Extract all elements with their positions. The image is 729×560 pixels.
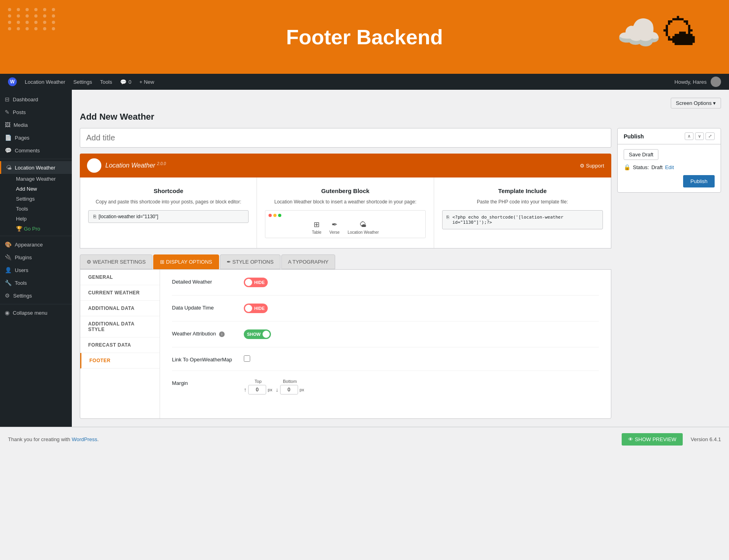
detailed-weather-toggle[interactable]: HIDE — [244, 278, 268, 287]
bottom-right: 👁 SHOW PREVIEW Version 6.4.1 — [622, 433, 721, 446]
title-input[interactable] — [80, 128, 611, 148]
sidebar-item-collapse[interactable]: ◉ Collapse menu — [0, 306, 72, 319]
side-col: Publish ∧ ∨ ⤢ Save Draft 🔒 Status: Draft — [617, 128, 721, 419]
tab-style-options[interactable]: ✒ STYLE OPTIONS — [220, 254, 281, 269]
settings-sidebar: GENERAL CURRENT WEATHER ADDITIONAL DATA … — [80, 270, 160, 418]
sidebar-divider-3 — [0, 304, 72, 304]
weather-attribution-toggle[interactable]: SHOW — [244, 329, 271, 339]
support-button[interactable]: ⚙ Support — [580, 163, 604, 169]
sidebar-item-comments[interactable]: 💬 Comments — [0, 144, 72, 157]
template-code-box[interactable]: ⎘ <?php echo do_shortcode('[location-wea… — [442, 210, 603, 229]
publish-button[interactable]: Publish — [683, 175, 715, 187]
template-desc: Paste the PHP code into your template fi… — [442, 198, 603, 205]
sidebar-sub-go-pro[interactable]: 🏆 Go Pro — [11, 224, 72, 234]
publish-arrows: ∧ ∨ ⤢ — [685, 132, 715, 140]
tab-weather-settings[interactable]: ⚙ WEATHER SETTINGS — [80, 254, 152, 269]
sidebar-item-location-weather[interactable]: 🌤 Location Weather — [0, 161, 72, 174]
adminbar-site-name[interactable]: Location Weather — [21, 74, 69, 90]
adminbar-new[interactable]: + New — [135, 74, 158, 90]
publish-box: Publish ∧ ∨ ⤢ Save Draft 🔒 Status: Draft — [617, 128, 721, 193]
save-draft-button[interactable]: Save Draft — [624, 149, 658, 160]
margin-top-arrow: ↑ — [244, 386, 247, 393]
sidebar-sub-tools[interactable]: Tools — [11, 204, 72, 214]
margin-control: Top ↑ px Bottom — [244, 379, 304, 394]
gutenberg-card: Gutenberg Block Location Weather block t… — [257, 177, 434, 248]
plugin-header-left: ☁ Location Weather 2.0.0 — [87, 158, 166, 173]
sidebar-sub-settings[interactable]: Settings — [11, 194, 72, 204]
settings-content: Detailed Weather HIDE Data Update Time — [160, 270, 611, 418]
weather-attribution-info-icon[interactable]: i — [219, 331, 225, 337]
data-update-time-toggle[interactable]: HIDE — [244, 304, 268, 313]
gutenberg-desc: Location Weather block to insert a weath… — [265, 198, 425, 205]
tab-typography[interactable]: A TYPOGRAPHY — [281, 254, 336, 269]
settings-nav-additional-data[interactable]: ADDITIONAL DATA — [80, 301, 160, 316]
adminbar-settings[interactable]: Settings — [69, 74, 96, 90]
sidebar-item-appearance[interactable]: 🎨 Appearance — [0, 238, 72, 251]
settings-nav-forecast-data[interactable]: FORECAST DATA — [80, 337, 160, 353]
settings-nav-additional-data-style[interactable]: ADDITIONAL DATA STYLE — [80, 316, 160, 337]
red-dot — [269, 214, 272, 217]
toggle-label-3: SHOW — [247, 332, 261, 337]
gutenberg-verse-icon: ✒ Verse — [330, 220, 340, 235]
plugin-header: ☁ Location Weather 2.0.0 ⚙ Support — [80, 154, 611, 177]
media-icon: 🖼 — [5, 122, 10, 128]
settings-nav-current-weather[interactable]: CURRENT WEATHER — [80, 285, 160, 301]
settings-row-detailed-weather: Detailed Weather HIDE — [172, 278, 599, 296]
detailed-weather-label: Detailed Weather — [172, 278, 244, 285]
tab-display-options[interactable]: ⊞ DISPLAY OPTIONS — [153, 254, 219, 269]
gutenberg-lw-icon: 🌤 Location Weather — [348, 221, 379, 235]
publish-arrow-up[interactable]: ∧ — [685, 132, 693, 140]
weather-attribution-control: SHOW — [244, 329, 271, 339]
link-owm-control — [244, 355, 250, 362]
margin-bottom-arrow: ↓ — [276, 386, 279, 393]
gutenberg-dots — [269, 214, 422, 217]
screen-options-button[interactable]: Screen Options ▾ — [671, 98, 721, 108]
settings-row-margin: Margin Top ↑ px — [172, 379, 599, 402]
copy-icon: ⎘ — [93, 214, 96, 219]
sidebar-item-media[interactable]: 🖼 Media — [0, 118, 72, 131]
margin-bottom-unit: px — [300, 387, 304, 392]
show-preview-button[interactable]: 👁 SHOW PREVIEW — [622, 433, 683, 446]
shortcode-box[interactable]: ⎘ [location-weather id="1130"] — [88, 210, 249, 223]
sidebar-sub-add-new[interactable]: Add New — [11, 184, 72, 194]
margin-label: Margin — [172, 379, 244, 386]
bottom-bar: Thank you for creating with WordPress. 👁… — [0, 427, 729, 452]
adminbar-tools[interactable]: Tools — [96, 74, 116, 90]
settings-nav-footer[interactable]: FOOTER — [80, 353, 160, 369]
green-dot — [278, 214, 281, 217]
publish-arrow-expand[interactable]: ⤢ — [705, 132, 715, 140]
wp-logo-item[interactable]: W — [4, 74, 21, 90]
sidebar-sub-help[interactable]: Help — [11, 214, 72, 224]
banner-icon: ☁️🌤 — [616, 12, 697, 54]
sidebar-item-users[interactable]: 👤 Users — [0, 264, 72, 276]
detailed-weather-control: HIDE — [244, 278, 268, 287]
top-banner: Footer Backend ☁️🌤 — [0, 0, 729, 74]
plugin-version: 2.0.0 — [157, 162, 166, 166]
sidebar-item-tools[interactable]: 🔧 Tools — [0, 276, 72, 289]
status-icon: 🔒 — [624, 164, 630, 170]
wordpress-link[interactable]: WordPress — [72, 436, 97, 442]
sidebar-sub-location-weather: Manage Weather Add New Settings Tools He… — [0, 174, 72, 234]
screen-options-bar: Screen Options ▾ — [80, 98, 721, 108]
margin-top-input[interactable] — [248, 385, 266, 394]
sidebar-item-dashboard[interactable]: ⊟ Dashboard — [0, 93, 72, 106]
two-col-layout: ☁ Location Weather 2.0.0 ⚙ Support Short… — [80, 128, 721, 419]
sidebar-item-settings[interactable]: ⚙ Settings — [0, 289, 72, 302]
margin-bottom-group: Bottom ↓ px — [276, 379, 304, 394]
settings-nav-general[interactable]: GENERAL — [80, 270, 160, 285]
adminbar-comments[interactable]: 💬 0 — [116, 74, 135, 90]
sidebar-item-posts[interactable]: ✎ Posts — [0, 106, 72, 118]
status-edit-link[interactable]: Edit — [665, 164, 674, 170]
link-owm-checkbox[interactable] — [244, 355, 250, 362]
decorative-dots — [8, 8, 57, 30]
margin-top-group: Top ↑ px — [244, 379, 273, 394]
publish-arrow-down[interactable]: ∨ — [695, 132, 704, 140]
sidebar-sub-manage-weather[interactable]: Manage Weather — [11, 174, 72, 184]
sidebar-item-plugins[interactable]: 🔌 Plugins — [0, 251, 72, 264]
margin-bottom-input[interactable] — [280, 385, 298, 394]
plugin-name: Location Weather 2.0.0 — [105, 162, 166, 169]
margin-bottom-input-row: ↓ px — [276, 385, 304, 394]
sidebar-item-pages[interactable]: 📄 Pages — [0, 131, 72, 144]
shortcode-value: [location-weather id="1130"] — [99, 214, 158, 219]
publish-box-title: Publish — [624, 133, 644, 140]
